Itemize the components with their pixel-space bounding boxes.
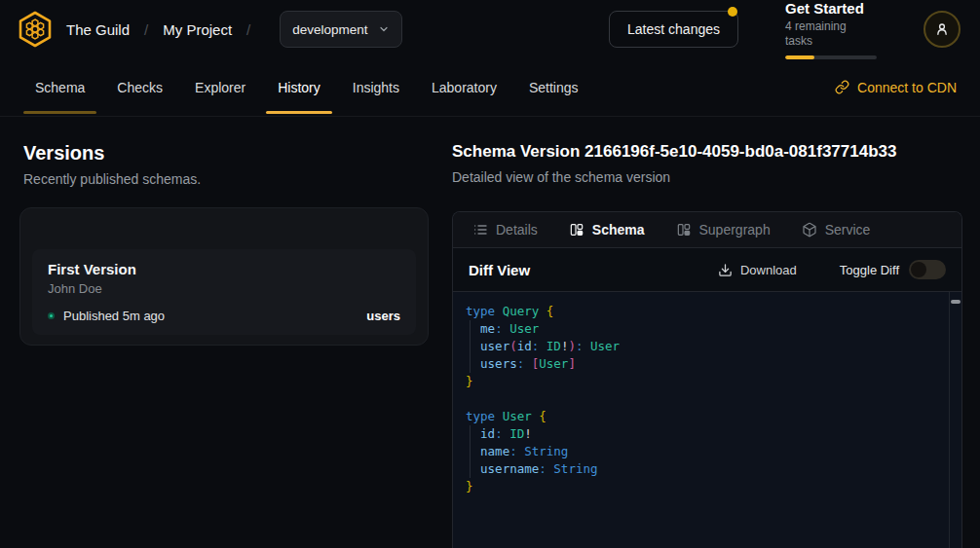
code-line: type Query { xyxy=(466,303,936,320)
code-line: username: String xyxy=(466,460,936,478)
latest-changes-label: Latest changes xyxy=(627,21,720,37)
version-status-row: Published 5m agousers xyxy=(48,309,400,323)
schema-tab-details[interactable]: Details xyxy=(472,222,538,237)
cube-icon xyxy=(802,222,817,237)
nav-tab-label: History xyxy=(278,80,320,95)
nav-tab-label: Schema xyxy=(35,80,85,95)
connect-to-cdn-label: Connect to CDN xyxy=(857,80,957,95)
version-name: First Version xyxy=(48,261,400,278)
get-started-subtitle: 4 remaining tasks xyxy=(785,19,877,49)
columns-icon xyxy=(569,222,584,237)
indent-guide xyxy=(470,443,471,460)
notification-dot xyxy=(728,7,737,17)
nav-tab-label: Insights xyxy=(353,80,399,95)
schema-version-title: Schema Version 2166196f-5e10-4059-bd0a-0… xyxy=(452,142,968,162)
get-started-widget[interactable]: Get Started 4 remaining tasks xyxy=(785,0,877,59)
environment-select[interactable]: development xyxy=(280,11,401,48)
nav-tab-label: Laboratory xyxy=(432,80,497,95)
toggle-diff-label: Toggle Diff xyxy=(840,263,899,277)
toggle-knob xyxy=(911,262,926,277)
code-line: users: [User] xyxy=(466,355,936,373)
nav-tab-explorer[interactable]: Explorer xyxy=(183,58,257,116)
hive-logo-icon[interactable] xyxy=(16,10,55,49)
versions-header: Versions Recently published schemas. xyxy=(23,142,429,187)
toggle-diff-switch[interactable] xyxy=(909,260,946,279)
user-avatar[interactable] xyxy=(923,11,961,48)
code-scrollbar[interactable] xyxy=(949,292,961,548)
indent-guide xyxy=(470,425,471,443)
nav-tab-checks[interactable]: Checks xyxy=(105,58,174,116)
indent-guide xyxy=(470,320,471,338)
breadcrumb-separator: / xyxy=(246,21,250,38)
code-scrollbar-thumb[interactable] xyxy=(951,300,961,304)
schema-version-header: Schema Version 2166196f-5e10-4059-bd0a-0… xyxy=(452,142,968,185)
versions-list: First VersionJohn DoePublished 5m agouse… xyxy=(32,249,416,335)
indent-guide xyxy=(470,355,471,373)
breadcrumb-project[interactable]: My Project xyxy=(163,21,232,38)
list-icon xyxy=(472,222,488,237)
code-line: id: ID! xyxy=(466,425,936,443)
schema-tab-service[interactable]: Service xyxy=(802,222,871,237)
code-line: name: String xyxy=(466,443,936,460)
download-icon xyxy=(718,263,733,277)
chevron-down-icon xyxy=(378,23,390,35)
download-label: Download xyxy=(740,263,797,277)
nav-tab-settings[interactable]: Settings xyxy=(517,58,590,116)
versions-list-card: First VersionJohn DoePublished 5m agouse… xyxy=(19,207,429,346)
schema-tab-label: Service xyxy=(825,222,871,237)
schema-sdl-code: type Query { me: User user(id: ID!): Use… xyxy=(453,292,961,548)
code-line: user(id: ID!): User xyxy=(466,338,936,355)
schema-tab-label: Schema xyxy=(592,222,645,237)
connect-to-cdn-button[interactable]: Connect to CDN xyxy=(835,80,957,95)
nav-tab-schema[interactable]: Schema xyxy=(23,58,96,116)
nav-tab-laboratory[interactable]: Laboratory xyxy=(420,58,509,116)
nav-tab-label: Explorer xyxy=(195,80,245,95)
code-line: } xyxy=(466,373,936,390)
schema-version-tabs: DetailsSchemaSupergraphService xyxy=(453,212,961,248)
version-list-item[interactable]: First VersionJohn DoePublished 5m agouse… xyxy=(32,249,416,335)
nav-tab-label: Settings xyxy=(529,80,579,95)
breadcrumb-separator: / xyxy=(144,21,148,38)
schema-tab-supergraph[interactable]: Supergraph xyxy=(676,222,771,237)
schema-version-panel: DetailsSchemaSupergraphService Diff View… xyxy=(452,211,962,548)
nav-tab-history[interactable]: History xyxy=(266,58,332,116)
breadcrumb-org[interactable]: The Guild xyxy=(66,21,130,38)
indent-guide xyxy=(470,460,471,478)
project-nav: SchemaChecksExplorerHistoryInsightsLabor… xyxy=(0,58,980,117)
download-button[interactable]: Download xyxy=(718,263,797,277)
diff-toolbar: Diff View Download Toggle Diff xyxy=(453,248,961,292)
person-icon xyxy=(933,20,951,38)
indent-guide xyxy=(470,338,471,355)
nav-tab-insights[interactable]: Insights xyxy=(341,58,411,116)
versions-subtitle: Recently published schemas. xyxy=(23,171,429,187)
versions-title: Versions xyxy=(23,142,429,164)
schema-tab-label: Supergraph xyxy=(699,222,771,237)
columns-icon xyxy=(676,222,692,237)
schema-version-subtitle: Detailed view of the schema version xyxy=(452,169,968,185)
latest-changes-button[interactable]: Latest changes xyxy=(609,11,738,48)
get-started-title: Get Started xyxy=(785,0,877,18)
nav-tab-label: Checks xyxy=(117,80,163,95)
environment-select-value: development xyxy=(292,22,367,37)
code-line xyxy=(466,390,936,408)
top-header: The Guild / My Project / development Lat… xyxy=(0,0,980,58)
code-line: type User { xyxy=(466,408,936,425)
code-line: } xyxy=(466,478,936,495)
code-line: me: User xyxy=(466,320,936,338)
schema-tab-label: Details xyxy=(496,222,538,237)
nav-tabs: SchemaChecksExplorerHistoryInsightsLabor… xyxy=(23,58,590,116)
schema-tab-schema[interactable]: Schema xyxy=(569,222,645,237)
tab-underline-indicator xyxy=(266,111,332,114)
version-service-badge: users xyxy=(366,309,400,323)
published-status-icon xyxy=(48,312,55,319)
link-icon xyxy=(835,80,849,94)
version-author: John Doe xyxy=(48,281,400,296)
version-status: Published 5m ago xyxy=(63,309,165,323)
tab-underline-indicator xyxy=(23,111,96,114)
diff-view-title: Diff View xyxy=(469,262,530,278)
